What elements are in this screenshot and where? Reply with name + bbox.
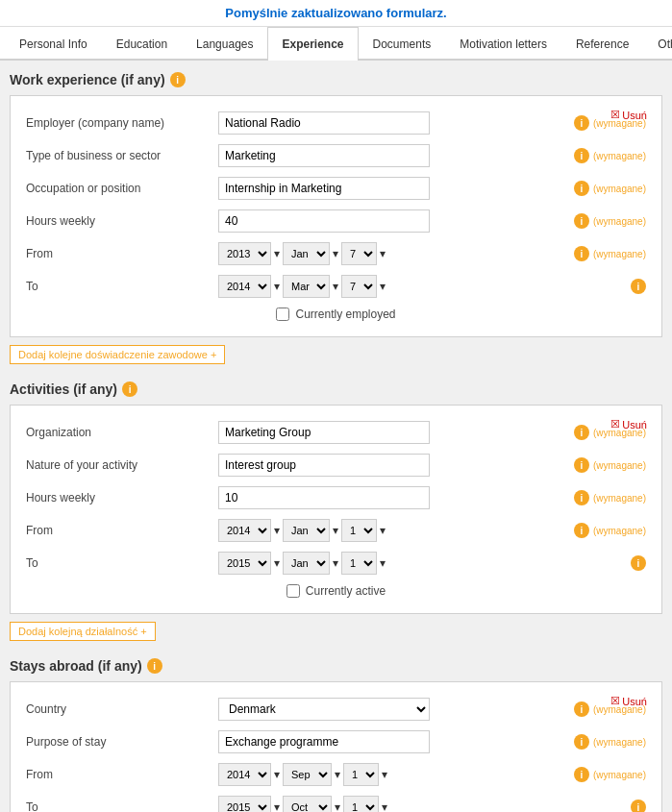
work-experience-card: ☒ Usuń Employer (company name) i (wymaga… [10,95,662,337]
occupation-row: Occupation or position i (wymagane) [26,177,646,200]
nature-input[interactable] [218,454,430,477]
activities-info-icon[interactable]: i [122,381,137,397]
activity-from-year-select[interactable]: 201420132015 [218,519,271,542]
occupation-input[interactable] [218,177,430,200]
add-activity-icon: + [140,626,146,637]
purpose-info-icon[interactable]: i [574,734,589,750]
occupation-required: (wymagane) [593,184,646,194]
type-of-business-required: (wymagane) [593,151,646,161]
activities-card: ☒ Usuń Organization i (wymagane) Nature … [10,405,662,614]
nature-row: Nature of your activity i (wymagane) [26,454,646,477]
work-to-day-select[interactable]: 712 [341,275,377,298]
employer-info-icon[interactable]: i [574,115,589,131]
abroad-from-month-select[interactable]: SepJanFebMarAprMayJunJulAugOctNovDec [283,763,332,786]
hours-weekly-required: (wymagane) [593,216,646,227]
abroad-from-label: From [26,768,218,781]
hours-weekly-input[interactable] [218,209,430,233]
currently-employed-checkbox[interactable] [276,308,289,321]
abroad-from-row: From 201420132015 ▾ SepJanFebMarAprMayJu… [26,763,646,786]
abroad-from-year-select[interactable]: 201420132015 [218,763,271,786]
hours-weekly-info-icon[interactable]: i [574,213,589,229]
stays-abroad-title: Stays abroad (if any) i [10,658,662,674]
abroad-to-info-icon[interactable]: i [631,800,646,812]
nature-info-icon[interactable]: i [574,457,589,473]
occupation-info-icon[interactable]: i [574,181,589,196]
activity-hours-input[interactable] [218,486,430,509]
tab-personal-info[interactable]: Personal Info [5,27,102,61]
organization-input[interactable] [218,421,430,444]
currently-active-checkbox[interactable] [286,584,300,598]
purpose-label: Purpose of stay [26,735,218,749]
abroad-from-required: (wymagane) [593,770,646,780]
work-to-row: To 201420132015 ▾ MarJanFeb ▾ 712 ▾ i [26,275,646,298]
country-label: Country [26,702,218,716]
add-activity-button[interactable]: Dodaj kolejną działalność + [10,622,156,641]
organization-label: Organization [26,426,218,439]
abroad-from-day-select[interactable]: 123 [343,763,379,786]
activity-to-day-select[interactable]: 123 [341,552,377,575]
activities-delete-icon: ☒ [610,418,620,431]
work-to-info-icon[interactable]: i [631,279,646,294]
country-select[interactable]: Denmark Germany France Poland [218,698,430,721]
activity-hours-info-icon[interactable]: i [574,490,589,505]
activities-delete-btn[interactable]: ☒ Usuń [610,418,647,431]
add-work-icon: + [211,349,216,360]
type-of-business-input[interactable] [218,144,430,167]
currently-employed-label: Currently employed [295,308,395,321]
abroad-to-year-select[interactable]: 201520142016 [218,796,271,812]
purpose-required: (wymagane) [593,737,646,748]
work-experience-info-icon[interactable]: i [170,72,186,87]
delete-icon: ☒ [610,109,620,121]
activity-from-month-select[interactable]: JanFebMar [283,519,330,542]
success-bar: Pomyślnie zaktualizowano formularz. [0,0,672,27]
activity-to-month-select[interactable]: JanFebMar [283,552,330,575]
tab-languages[interactable]: Languages [182,27,267,61]
work-to-year-select[interactable]: 201420132015 [218,275,271,298]
tab-documents[interactable]: Documents [359,27,446,61]
work-from-required: (wymagane) [593,249,646,259]
activity-from-row: From 201420132015 ▾ JanFebMar ▾ 123 ▾ i [26,519,646,542]
work-from-info-icon[interactable]: i [574,246,589,261]
success-message: Pomyślnie zaktualizowano formularz. [225,6,446,20]
activity-hours-required: (wymagane) [593,493,646,504]
work-from-month-select[interactable]: JanFebMar [283,242,330,265]
work-to-month-select[interactable]: MarJanFeb [283,275,330,298]
tab-education[interactable]: Education [102,27,182,61]
purpose-input[interactable] [218,730,430,753]
stays-abroad-card: ☒ Usuń Country Denmark Germany France Po… [10,681,662,812]
tab-motivation-letters[interactable]: Motivation letters [445,27,561,61]
abroad-to-month-select[interactable]: OctJanFebMarAprMayJunJulAugSepNovDec [283,796,332,812]
tab-reference[interactable]: Reference [561,27,643,61]
purpose-row: Purpose of stay i (wymagane) [26,730,646,753]
employer-input[interactable] [218,111,430,135]
activity-to-row: To 201520142016 ▾ JanFebMar ▾ 123 ▾ i [26,552,646,575]
country-info-icon[interactable]: i [574,701,589,717]
activity-from-label: From [26,524,218,537]
activity-from-day-select[interactable]: 123 [341,519,377,542]
occupation-label: Occupation or position [26,182,218,195]
work-from-day-select[interactable]: 712 [341,242,377,265]
type-of-business-row: Type of business or sector i (wymagane) [26,144,646,167]
currently-active-label: Currently active [306,584,386,598]
tab-other-info[interactable]: Other Info [643,27,672,61]
work-from-label: From [26,247,218,260]
stays-abroad-delete-btn[interactable]: ☒ Usuń [610,695,647,707]
activity-hours-label: Hours weekly [26,491,218,504]
work-from-year-select[interactable]: 2013201220142015 [218,242,271,265]
type-of-business-label: Type of business or sector [26,149,218,162]
work-experience-delete-btn[interactable]: ☒ Usuń [610,109,647,121]
abroad-from-info-icon[interactable]: i [574,767,589,782]
tab-experience[interactable]: Experience [267,27,358,61]
activity-to-info-icon[interactable]: i [631,555,646,571]
abroad-to-day-select[interactable]: 123 [343,796,379,812]
work-to-label: To [26,280,218,293]
activity-from-info-icon[interactable]: i [574,523,589,538]
organization-info-icon[interactable]: i [574,425,589,440]
stays-abroad-info-icon[interactable]: i [147,658,162,674]
activity-to-year-select[interactable]: 201520142016 [218,552,271,575]
activity-hours-row: Hours weekly i (wymagane) [26,486,646,509]
nature-required: (wymagane) [593,460,646,471]
add-work-experience-button[interactable]: Dodaj kolejne doświadczenie zawodowe + [10,345,225,364]
work-experience-title: Work experience (if any) i [10,72,662,87]
type-of-business-info-icon[interactable]: i [574,148,589,163]
